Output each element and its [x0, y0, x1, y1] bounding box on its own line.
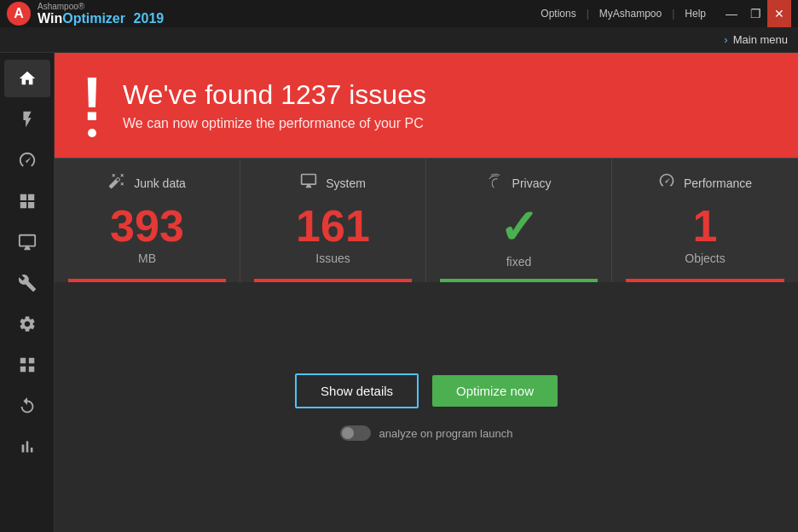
- titlebar-controls: Options | MyAshampoo | Help — ❐ ✕: [541, 0, 791, 27]
- logo-icon: A: [7, 2, 31, 26]
- show-details-button[interactable]: Show details: [295, 373, 419, 408]
- alert-text-block: We've found 1237 issues We can now optim…: [123, 79, 426, 131]
- stat-card-performance: Performance 1 Objects: [612, 159, 798, 282]
- performance-bar: [626, 279, 784, 282]
- performance-value: 1: [693, 204, 718, 248]
- gauge-icon-svg: [658, 172, 675, 189]
- app-body: ! We've found 1237 issues We can now opt…: [0, 53, 798, 532]
- stats-grid: Junk data 393 MB System 161 Issues: [55, 158, 798, 282]
- main-menu-label: Main menu: [733, 33, 788, 46]
- sidebar-item-speedometer[interactable]: [4, 142, 50, 179]
- monitor-icon: [18, 233, 37, 252]
- close-button[interactable]: ✕: [767, 0, 791, 27]
- minimize-button[interactable]: —: [720, 0, 743, 27]
- toggle-row: analyze on program launch: [340, 425, 513, 441]
- privacy-bar: [440, 279, 598, 282]
- sidebar-item-stats[interactable]: [4, 428, 50, 466]
- logo-text: Ashampoo® WinOptimizer 2019: [38, 2, 164, 26]
- stat-header-junk: Junk data: [68, 172, 226, 194]
- sidebar-item-analyze[interactable]: [4, 101, 50, 138]
- junk-unit: MB: [138, 252, 156, 265]
- optimize-now-button[interactable]: Optimize now: [432, 375, 558, 407]
- sidebar-item-windows[interactable]: [4, 182, 50, 220]
- sidebar-item-restore[interactable]: [4, 387, 50, 425]
- options-menu-item[interactable]: Options: [541, 8, 575, 20]
- win-text: Win: [38, 11, 62, 26]
- system-unit: Issues: [315, 252, 350, 265]
- sep1: |: [587, 8, 589, 20]
- stat-card-privacy: Privacy ✓ fixed: [426, 159, 612, 282]
- system-label: System: [326, 176, 366, 190]
- year-text: 2019: [134, 11, 165, 26]
- help-menu-item[interactable]: Help: [685, 8, 706, 20]
- menubar: › Main menu: [0, 27, 798, 53]
- alert-banner: ! We've found 1237 issues We can now opt…: [55, 53, 798, 158]
- restore-icon: [18, 396, 37, 415]
- system-icon: [300, 172, 317, 194]
- system-value: 161: [296, 204, 370, 248]
- system-icon-svg: [300, 172, 317, 189]
- gear-icon: [18, 315, 37, 333]
- home-icon: [18, 69, 37, 88]
- alert-subtitle: We can now optimize the performance of y…: [123, 116, 426, 131]
- brand-name: Ashampoo®: [38, 2, 164, 11]
- main-content: ! We've found 1237 issues We can now opt…: [55, 53, 798, 532]
- tools-icon: [18, 274, 37, 292]
- bottom-section: Show details Optimize now analyze on pro…: [55, 282, 798, 532]
- exclamation-mark: !: [82, 73, 102, 125]
- junk-icon-svg: [108, 172, 125, 189]
- app-logo: A Ashampoo® WinOptimizer 2019: [7, 2, 164, 26]
- stat-header-privacy: Privacy: [440, 172, 598, 194]
- titlebar-menu: Options | MyAshampoo | Help: [541, 8, 706, 20]
- privacy-value: ✓: [499, 204, 539, 252]
- wand-icon: [108, 172, 125, 194]
- stats-icon: [18, 437, 37, 456]
- optimizer-text: Optimizer: [62, 11, 125, 26]
- sep2: |: [672, 8, 674, 20]
- titlebar: A Ashampoo® WinOptimizer 2019 Options | …: [0, 0, 798, 27]
- stat-header-system: System: [254, 172, 412, 194]
- sidebar-item-home[interactable]: [4, 60, 50, 97]
- stat-card-junk: Junk data 393 MB: [55, 159, 240, 282]
- junk-bar: [68, 279, 226, 282]
- analyze-toggle[interactable]: [340, 425, 371, 441]
- stat-header-performance: Performance: [626, 172, 784, 194]
- privacy-label: Privacy: [512, 176, 552, 190]
- performance-label: Performance: [684, 176, 752, 190]
- performance-unit: Objects: [685, 252, 725, 265]
- gauge-icon: [658, 172, 675, 194]
- fingerprint-icon: [487, 172, 504, 189]
- stat-card-system: System 161 Issues: [240, 159, 426, 282]
- modules-icon: [18, 356, 37, 374]
- sidebar-item-settings[interactable]: [4, 305, 50, 343]
- action-buttons: Show details Optimize now: [295, 373, 558, 408]
- alert-icon: !: [82, 73, 102, 137]
- main-menu-button[interactable]: › Main menu: [724, 33, 788, 46]
- sidebar: [0, 53, 55, 532]
- alert-title: We've found 1237 issues: [123, 79, 426, 111]
- privacy-unit: fixed: [506, 255, 532, 269]
- system-bar: [254, 279, 412, 282]
- speedometer-icon: [18, 151, 37, 170]
- exclamation-dot: [88, 129, 96, 137]
- junk-value: 393: [110, 204, 184, 248]
- sidebar-item-monitor[interactable]: [4, 223, 50, 261]
- toggle-label: analyze on program launch: [379, 427, 513, 440]
- windows-icon: [18, 192, 37, 211]
- main-menu-arrow: ›: [724, 33, 727, 46]
- junk-label: Junk data: [134, 176, 186, 190]
- sidebar-item-tools[interactable]: [4, 264, 50, 302]
- restore-button[interactable]: ❐: [743, 0, 767, 27]
- sidebar-item-modules[interactable]: [4, 346, 50, 384]
- flash-icon: [18, 110, 37, 129]
- myashampoo-menu-item[interactable]: MyAshampoo: [599, 8, 662, 20]
- privacy-icon: [487, 172, 504, 194]
